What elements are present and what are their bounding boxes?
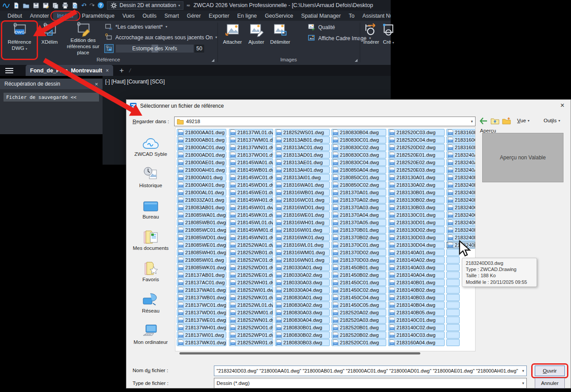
file-item[interactable]: DWG218145WD01.dwg (229, 181, 273, 188)
file-item[interactable]: DWG2180830C04.dwg (331, 159, 386, 166)
file-item[interactable]: DWG218145WM01.dwg (229, 226, 273, 234)
place-zwcad-syble[interactable]: ZWCAD Syble (130, 134, 171, 157)
file-item[interactable]: DWG218000AH01.dwg (177, 166, 226, 173)
back-button[interactable] (479, 117, 488, 125)
file-item[interactable]: DWG2183240A (446, 166, 476, 173)
customize-toolbar-icon[interactable]: ≂ (187, 3, 190, 8)
file-item-partial[interactable] (446, 302, 460, 309)
file-item[interactable]: DWG218145WL01.dwg (229, 219, 273, 226)
new-tab-button[interactable]: + (119, 66, 124, 75)
file-item[interactable]: DWG2183240C (446, 211, 476, 219)
file-item-partial[interactable] (446, 332, 460, 339)
file-item[interactable]: DWG2181370D02.dwg (331, 249, 386, 256)
file-item[interactable]: DWG2182520D02.dwg (388, 144, 445, 151)
file-item[interactable]: DWG218000AL01.dwg (177, 189, 226, 196)
file-item[interactable]: DWG218000AD01.dwg (177, 151, 226, 158)
file-item[interactable]: DWG218252WL01.dwg (229, 302, 273, 309)
file-item[interactable]: DWG218137WE01.dwg (177, 317, 226, 324)
file-item[interactable]: DWG2181450C02.dwg (331, 286, 386, 294)
redo-icon[interactable]: ↷▾ (89, 2, 94, 9)
close-icon[interactable]: × (560, 102, 564, 109)
file-item[interactable]: DWG2183130D02.dwg (388, 226, 445, 234)
file-item[interactable]: DWG2180830A02.dwg (275, 302, 330, 309)
tab-smart[interactable]: Smart (160, 11, 183, 20)
file-item[interactable]: DWG218137WL01.dwg (229, 129, 273, 136)
open-folder-icon[interactable] (23, 2, 30, 9)
file-item[interactable]: DWG2183240B (446, 181, 476, 188)
file-item[interactable]: DWG218313AH01.dwg (275, 166, 330, 173)
document-tab[interactable]: Fond_de_Plan_Montrevault × (26, 65, 113, 76)
tab-vues[interactable]: Vues (118, 11, 139, 20)
file-item[interactable]: DWG2180830A04.dwg (275, 317, 330, 324)
file-item[interactable]: DWG2183140A01.dwg (388, 249, 445, 256)
file-name-combobox[interactable]: "2183240D03.dwg" "218000AA01.dwg" "21800… (214, 366, 527, 376)
file-item[interactable]: DWG2181370B01.dwg (331, 226, 386, 234)
panel-expand-icon[interactable] (211, 59, 214, 62)
tab-en-ligne[interactable]: En ligne (233, 11, 261, 20)
file-item[interactable]: DWG2181450C01.dwg (331, 279, 386, 286)
file-item[interactable]: DWG218252WH01.dwg (229, 279, 273, 286)
save-icon[interactable] (33, 2, 39, 9)
file-item[interactable]: DWG218252WS01.dwg (275, 129, 330, 136)
place-mon-ordinateur[interactable]: Mon ordinateur (130, 322, 171, 345)
file-item[interactable]: DWG218316WE01.dwg (275, 211, 330, 219)
file-item[interactable]: DWG2180830B04.dwg (331, 129, 386, 136)
file-item[interactable]: DWG2183140B04.dwg (388, 302, 445, 309)
file-item[interactable]: DWG218137WK01.dwg (177, 339, 226, 346)
cancel-button[interactable]: Annuler (535, 378, 565, 388)
tab-geoservice[interactable]: GeoService (261, 11, 297, 20)
file-item[interactable]: DWG218085WK01.dwg (177, 264, 226, 271)
file-item[interactable]: DWG2180330A02.dwg (275, 271, 330, 279)
print-icon[interactable] (62, 2, 69, 9)
file-item[interactable]: DWG2181370A03.dwg (331, 204, 386, 211)
new-folder-button[interactable] (502, 117, 511, 125)
file-item[interactable]: DWG218085WD01.dwg (177, 234, 226, 241)
file-item[interactable]: DWG2183240C (446, 204, 476, 211)
file-item[interactable]: DWG218137AB01.dwg (177, 271, 226, 279)
file-item[interactable]: DWG218145WH01.dwg (229, 196, 273, 204)
file-item[interactable]: DWG2181370A04.dwg (331, 211, 386, 219)
tab-param-trique[interactable]: Paramétrique (78, 11, 118, 20)
file-item[interactable]: DWG2180330A03.dwg (275, 279, 330, 286)
file-item[interactable]: DWG2183130B01.dwg (388, 189, 445, 196)
file-item[interactable]: DWG218313AB01.dwg (275, 136, 330, 143)
place-historique[interactable]: Historique (130, 166, 171, 188)
file-item[interactable]: DWG218137WC01.dwg (177, 302, 226, 309)
file-item[interactable]: DWG218000AK01.dwg (177, 181, 226, 188)
file-item[interactable]: DWG218316WC01.dwg (275, 196, 330, 204)
file-item[interactable]: DWG218252WN01.dwg (229, 317, 273, 324)
file-item[interactable]: DWG2183160C (446, 136, 476, 143)
file-item[interactable]: DWG218316WL01.dwg (275, 241, 330, 249)
file-item[interactable]: DWG218000AI01.dwg (177, 174, 226, 181)
file-item[interactable]: DWG2183240A (446, 151, 476, 158)
file-item[interactable]: DWG218085WC01.dwg (177, 226, 226, 234)
tab-to[interactable]: To (345, 11, 358, 20)
backup-file-node[interactable]: Fichier de sauvegarde << (4, 93, 99, 102)
xdelim-button[interactable]: XDélim (38, 21, 61, 56)
file-item[interactable]: DWG218137AC01.dwg (177, 279, 226, 286)
file-item[interactable]: DWG218000AE01.dwg (177, 159, 226, 166)
file-item[interactable]: DWG218252WR01.dwg (229, 339, 273, 346)
file-item[interactable]: DWG218000AB01.dwg (177, 136, 226, 143)
preview-icon[interactable] (72, 2, 78, 9)
file-item[interactable]: DWG218137WB01.dwg (177, 294, 226, 301)
file-item[interactable]: DWG218145WB01.dwg (229, 166, 273, 173)
file-item[interactable]: DWG218085WH01.dwg (177, 249, 226, 256)
file-item[interactable]: DWG218316WD01.dwg (275, 204, 330, 211)
file-item[interactable]: DWG2181450C05.dwg (331, 302, 386, 309)
file-item[interactable]: DWG2180830A01.dwg (275, 294, 330, 301)
file-item[interactable]: DWG218252WM01.dwg (229, 309, 273, 316)
file-item-partial[interactable] (446, 279, 460, 286)
drawing-canvas[interactable]: [-] [Haut] [Courant] [SCG] (103, 76, 391, 99)
file-item[interactable]: DWG2183160D (446, 144, 476, 151)
file-item[interactable]: DWG218252WO01.dwg (229, 324, 273, 331)
file-item[interactable]: DWG2180850C02.dwg (331, 181, 386, 188)
look-in-combobox[interactable]: 49218 ▾ (174, 117, 476, 126)
tab-g-rer[interactable]: Gérer (183, 11, 205, 20)
file-item[interactable]: DWG2180330A01.dwg (275, 264, 330, 271)
file-item[interactable]: DWG218137WA01.dwg (177, 286, 226, 294)
close-icon[interactable]: × (106, 68, 109, 74)
file-item[interactable]: DWG2183140B02.dwg (388, 286, 445, 294)
tab-annoter[interactable]: Annoter (26, 11, 53, 20)
file-item[interactable]: DWG2183240C (446, 219, 476, 226)
